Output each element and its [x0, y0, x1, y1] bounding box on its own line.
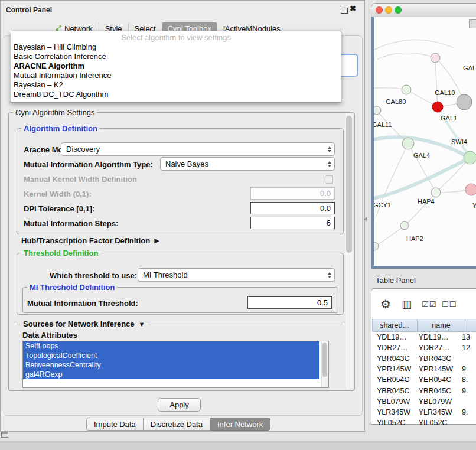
network-node-label: Y [472, 202, 476, 209]
table-row[interactable]: YER054CYER054C8. [372, 374, 476, 385]
table-cell: YBR043C [415, 354, 459, 363]
table-row[interactable]: YBR045CYBR045C9. [372, 385, 476, 396]
table-cell: YLR345W [372, 408, 415, 416]
select-rows-icon[interactable]: ☑☑ [422, 300, 436, 309]
table-row[interactable]: YBR043CYBR043C [372, 353, 476, 364]
float-window-icon[interactable] [341, 8, 348, 14]
which-threshold-select[interactable]: MI Threshold [138, 268, 335, 282]
mi-type-select[interactable]: Naive Bayes [160, 157, 335, 171]
close-icon[interactable]: ✖ [350, 5, 356, 13]
network-node[interactable] [402, 138, 414, 149]
table-column-header-shared[interactable]: shared… [372, 319, 418, 332]
table-body: YDL19…YDL19…13YDR27…YDR27…12YBR043CYBR04… [372, 332, 476, 428]
traffic-close-button[interactable] [376, 6, 383, 14]
table-cell: YER054C [372, 376, 415, 384]
table-column-header-name[interactable]: name [417, 319, 465, 332]
expanded-arrow-icon: ▼ [139, 321, 145, 328]
network-edge[interactable] [374, 226, 405, 246]
algorithm-option-bayesian-hill-climbing[interactable]: Bayesian – Hill Climbing [11, 43, 341, 52]
attribute-item-betweennesscentrality[interactable]: BetweennessCentrality [23, 360, 319, 370]
cyni-settings-group-title: Cyni Algorithm Settings [13, 108, 97, 117]
network-edge[interactable] [377, 53, 435, 60]
table-row[interactable]: YDL19…YDL19…13 [372, 332, 476, 343]
algorithm-option-bayesian-k2[interactable]: Bayesian – K2 [11, 80, 341, 90]
aracne-mode-value: Discovery [66, 145, 100, 154]
algorithm-option-dream8-dc-tdc-algorithm[interactable]: Dream8 DC_TDC Algorithm [11, 90, 341, 99]
kernel-width-field [250, 187, 335, 200]
table-cell: 13 [459, 333, 476, 341]
sources-section-header[interactable]: Sources for Network Inference ▼ [20, 319, 148, 328]
table-cell: YDL19… [415, 333, 459, 341]
attribute-list-scrollbar-thumb[interactable] [322, 343, 327, 377]
control-panel-title: Control Panel [6, 6, 52, 14]
attribute-item-selfloops[interactable]: SelfLoops [23, 341, 319, 351]
table-row[interactable]: YLR345WYLR345W9. [372, 407, 476, 418]
bottom-tab-impute-data[interactable]: Impute Data [86, 418, 144, 431]
network-node[interactable] [402, 85, 411, 94]
mi-steps-field[interactable] [250, 217, 335, 229]
network-edge[interactable] [436, 158, 470, 193]
bottom-tab-bar: Impute DataDiscretize DataInfer Network [86, 418, 270, 431]
collapsed-arrow-icon: ▶ [154, 237, 159, 244]
network-node[interactable] [464, 151, 476, 164]
aracne-mode-select[interactable]: Discovery [61, 142, 335, 156]
table-panel-title: Table Panel [376, 276, 416, 285]
network-edge[interactable] [371, 158, 470, 200]
traffic-zoom-button[interactable] [395, 6, 402, 14]
traffic-minimize-button[interactable] [385, 6, 392, 14]
apply-button[interactable]: Apply [158, 398, 201, 412]
apply-button-label: Apply [169, 400, 189, 409]
hub-section-header[interactable]: Hub/Transcription Factor Definition ▶ [21, 236, 159, 245]
which-threshold-label: Which threshold to use: [50, 271, 137, 280]
network-node[interactable] [431, 53, 440, 63]
settings-scrollbar-thumb[interactable] [346, 116, 352, 253]
table-cell: YLR345W [415, 408, 459, 416]
network-edge[interactable] [371, 40, 454, 51]
attribute-item-topologicalcoefficient[interactable]: TopologicalCoefficient [23, 351, 319, 360]
attribute-item-gal4rgexp[interactable]: gal4RGexp [23, 370, 319, 379]
hub-section-label: Hub/Transcription Factor Definition [21, 236, 150, 245]
table-column-header-col3[interactable] [465, 319, 476, 332]
deselect-rows-icon[interactable]: ☐☐ [442, 300, 457, 309]
network-node[interactable] [457, 94, 472, 110]
table-row[interactable]: YDR27…YDR27…12 [372, 343, 476, 353]
network-node[interactable] [400, 221, 409, 230]
network-node[interactable] [432, 102, 443, 112]
table-header-row: shared…name [372, 319, 476, 332]
mi-threshold-field[interactable] [247, 296, 332, 309]
table-cell: YPR145W [415, 365, 459, 373]
restore-panel-icon[interactable] [1, 432, 8, 438]
network-canvas[interactable]: GALGAL80GAL10GAL1GAL11SWI4GAL4GCY1HAP4HA… [371, 17, 476, 266]
mi-type-value: Naive Bayes [165, 159, 208, 168]
algorithm-definition-title: Algorithm Definition [21, 124, 100, 133]
dpi-tolerance-field[interactable] [250, 202, 335, 214]
table-cell: YBL079W [372, 397, 415, 406]
network-edge[interactable] [435, 58, 438, 107]
mi-steps-label: Mutual Information Steps: [24, 219, 118, 228]
attribute-list: SelfLoopsTopologicalCoefficientBetweenne… [22, 341, 329, 388]
network-node-label: HAP2 [406, 235, 423, 242]
network-node[interactable] [431, 188, 441, 197]
birdseye-toggle[interactable] [469, 19, 476, 28]
network-node[interactable] [465, 184, 476, 195]
columns-icon[interactable]: ▥ [402, 298, 412, 311]
network-node[interactable] [373, 106, 381, 115]
gear-icon[interactable]: ⚙ [380, 297, 391, 311]
algorithm-option-aracne-algorithm[interactable]: ARACNE Algorithm [11, 61, 341, 71]
mi-type-label: Mutual Information Algorithm Type: [24, 160, 153, 169]
network-view-frame-bottom [371, 266, 476, 269]
network-node-label: GAL1 [441, 115, 457, 122]
bottom-tab-infer-network[interactable]: Infer Network [210, 418, 270, 431]
bottom-tab-discretize-data[interactable]: Discretize Data [143, 418, 210, 431]
table-cell: 8. [459, 376, 476, 384]
algorithm-popup-list: Select algorithm to view settingsBayesia… [11, 31, 341, 103]
mi-threshold-group-title: MI Threshold Definition [27, 283, 117, 292]
combo-arrows-icon [328, 146, 331, 152]
combo-arrows-icon [328, 272, 331, 278]
algorithm-option-mutual-information-inference[interactable]: Mutual Information Inference [11, 71, 341, 80]
table-row[interactable]: YBL079WYBL079W [372, 396, 476, 407]
table-row[interactable]: YPR145WYPR145W9. [372, 364, 476, 374]
table-row[interactable]: YIL052CYIL052C [372, 418, 476, 428]
splitter-collapse-icon[interactable]: ◀ [363, 216, 367, 221]
algorithm-option-basic-correlation-inference[interactable]: Basic Correlation Inference [11, 52, 341, 61]
